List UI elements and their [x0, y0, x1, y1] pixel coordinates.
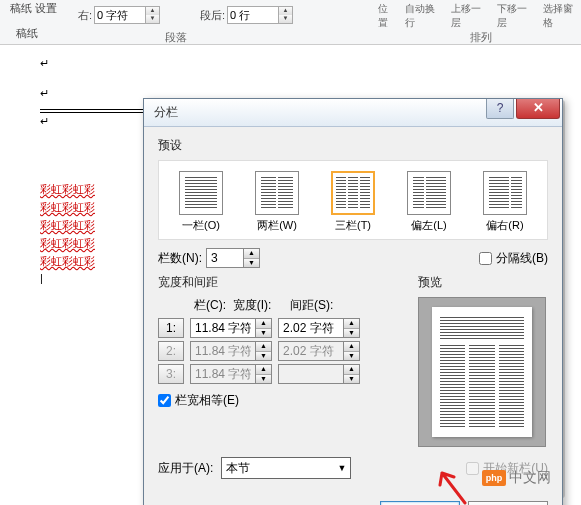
spacing-label: 间距(S): [290, 297, 333, 314]
preset-one-column[interactable]: 一栏(O) [177, 169, 225, 235]
close-button[interactable]: ✕ [516, 99, 560, 119]
col-index-1: 1: [158, 318, 184, 338]
width-3-input: ▲▼ [190, 364, 272, 384]
arrange-group-label: 排列 [470, 30, 492, 45]
separator-line-checkbox[interactable]: 分隔线(B) [479, 250, 548, 267]
ribbon-bar: 稿纸 设置 稿纸 右: ▲▼ 段后: ▲▼ 段落 位置 自动换行 上移一层 下移… [0, 0, 581, 45]
spin-down-icon[interactable]: ▼ [279, 15, 292, 23]
spin-down-icon[interactable]: ▼ [146, 15, 159, 23]
ribbon-selection[interactable]: 选择窗格 [543, 2, 581, 30]
preview-label: 预览 [418, 274, 548, 291]
width-spacing-label: 宽度和间距 [158, 274, 406, 291]
paragraph-group-label: 段落 [165, 30, 187, 45]
dialog-title: 分栏 [154, 104, 178, 121]
columns-dialog: 分栏 ? ✕ 预设 一栏(O) 两栏(W) 三栏(T) 偏左(L) [143, 98, 563, 505]
ribbon-position[interactable]: 位置 [378, 2, 397, 30]
col-index-3: 3: [158, 364, 184, 384]
preset-right[interactable]: 偏右(R) [481, 169, 529, 235]
ok-button[interactable]: 确定 [380, 501, 460, 505]
spin-up-icon[interactable]: ▲ [244, 249, 259, 259]
spacing-after-label: 段后: [200, 8, 225, 23]
dialog-titlebar[interactable]: 分栏 ? ✕ [144, 99, 562, 127]
ribbon-backward[interactable]: 下移一层 [497, 2, 535, 30]
width-1-input[interactable]: ▲▼ [190, 318, 272, 338]
spacing-3-input: ▲▼ [278, 364, 360, 384]
spin-up-icon[interactable]: ▲ [279, 7, 292, 15]
gaozhi-setting[interactable]: 稿纸 设置 [10, 2, 57, 14]
help-button[interactable]: ? [486, 99, 514, 119]
num-columns-label: 栏数(N): [158, 250, 202, 267]
spin-down-icon[interactable]: ▼ [244, 259, 259, 268]
num-columns-input[interactable]: ▲▼ [206, 248, 260, 268]
presets-label: 预设 [158, 137, 548, 154]
spacing-after-input[interactable]: ▲▼ [227, 6, 293, 24]
gaozhi-label: 稿纸 [16, 26, 38, 41]
equal-width-checkbox[interactable]: 栏宽相等(E) [158, 392, 406, 409]
indent-right-input[interactable]: ▲▼ [94, 6, 160, 24]
presets-group: 一栏(O) 两栏(W) 三栏(T) 偏左(L) 偏右(R) [158, 160, 548, 240]
preset-three-columns[interactable]: 三栏(T) [329, 169, 377, 235]
chevron-down-icon: ▼ [337, 463, 346, 473]
spacing-1-input[interactable]: ▲▼ [278, 318, 360, 338]
spin-up-icon[interactable]: ▲ [146, 7, 159, 15]
width-2-input: ▲▼ [190, 341, 272, 361]
col-label: 栏(C): 宽度(I): [194, 297, 282, 314]
apply-to-select[interactable]: 本节 ▼ [221, 457, 351, 479]
spacing-2-input: ▲▼ [278, 341, 360, 361]
ribbon-wrap[interactable]: 自动换行 [405, 2, 443, 30]
apply-to-label: 应用于(A): [158, 460, 213, 477]
preview-canvas [418, 297, 546, 447]
cancel-button[interactable]: 取消 [468, 501, 548, 505]
preset-left[interactable]: 偏左(L) [405, 169, 453, 235]
php-logo-icon: php [482, 470, 506, 486]
col-index-2: 2: [158, 341, 184, 361]
indent-right-label: 右: [78, 8, 92, 23]
preset-two-columns[interactable]: 两栏(W) [253, 169, 301, 235]
watermark: php 中文网 [482, 469, 551, 487]
ribbon-forward[interactable]: 上移一层 [451, 2, 489, 30]
